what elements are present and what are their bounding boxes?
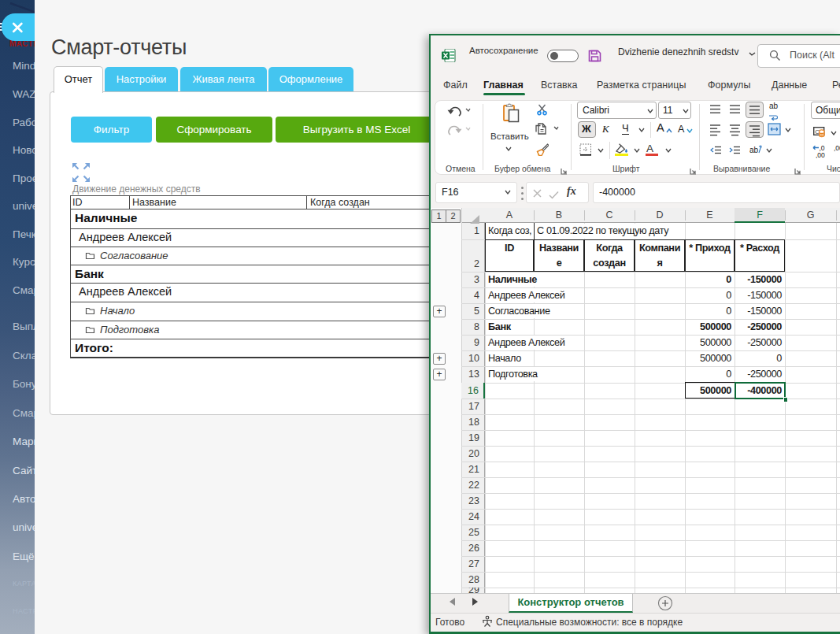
svg-text:ab: ab — [749, 146, 759, 154]
svg-text:,00: ,00 — [834, 144, 840, 152]
svg-text:,00: ,00 — [816, 151, 825, 159]
